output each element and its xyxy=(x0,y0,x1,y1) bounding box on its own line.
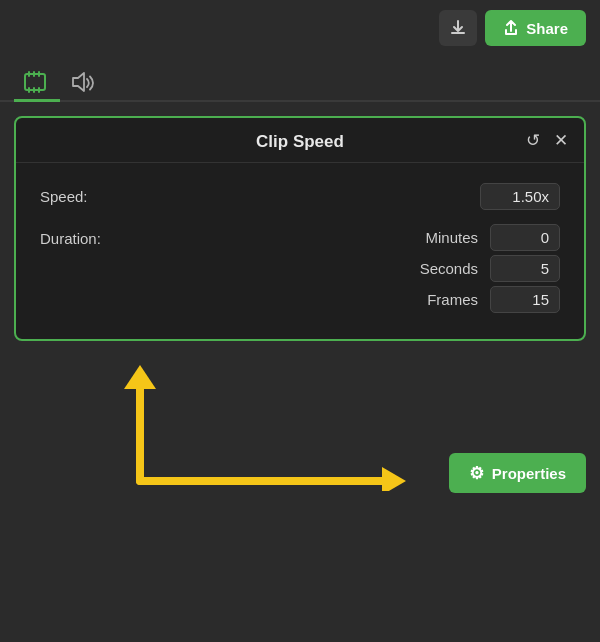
share-button[interactable]: Share xyxy=(485,10,586,46)
gear-icon: ⚙ xyxy=(469,463,484,484)
arrow-graphic xyxy=(80,361,410,491)
speed-label: Speed: xyxy=(40,188,120,205)
reset-button[interactable]: ↺ xyxy=(524,130,542,151)
seconds-row: Seconds xyxy=(408,255,560,282)
clip-speed-panel-wrapper: Clip Speed ↺ ✕ Speed: Duration: Minutes xyxy=(0,102,600,351)
minutes-row: Minutes xyxy=(408,224,560,251)
panel-title: Clip Speed xyxy=(32,132,568,152)
seconds-input[interactable] xyxy=(490,255,560,282)
video-tab-icon xyxy=(24,71,50,93)
properties-label: Properties xyxy=(492,465,566,482)
clip-speed-panel: Clip Speed ↺ ✕ Speed: Duration: Minutes xyxy=(14,116,586,341)
audio-tab-icon xyxy=(71,71,95,93)
svg-marker-10 xyxy=(124,365,156,389)
share-label: Share xyxy=(526,20,568,37)
duration-label: Duration: xyxy=(40,224,120,247)
minutes-label: Minutes xyxy=(408,229,478,246)
svg-rect-0 xyxy=(25,74,45,90)
svg-marker-11 xyxy=(382,467,406,491)
speed-input[interactable] xyxy=(480,183,560,210)
frames-row: Frames xyxy=(408,286,560,313)
panel-actions: ↺ ✕ xyxy=(524,130,570,151)
speed-row: Speed: xyxy=(16,177,584,216)
panel-header: Clip Speed ↺ ✕ xyxy=(16,118,584,163)
tab-bar xyxy=(0,56,600,102)
close-button[interactable]: ✕ xyxy=(552,130,570,151)
share-icon xyxy=(503,20,519,36)
download-button[interactable] xyxy=(439,10,477,46)
frames-input[interactable] xyxy=(490,286,560,313)
svg-marker-7 xyxy=(73,73,84,91)
properties-button[interactable]: ⚙ Properties xyxy=(449,453,586,493)
tab-audio[interactable] xyxy=(60,64,106,102)
tab-video[interactable] xyxy=(14,64,60,102)
top-bar: Share xyxy=(0,0,600,56)
seconds-label: Seconds xyxy=(408,260,478,277)
frames-label: Frames xyxy=(408,291,478,308)
minutes-input[interactable] xyxy=(490,224,560,251)
bottom-area: ⚙ Properties xyxy=(0,351,600,511)
